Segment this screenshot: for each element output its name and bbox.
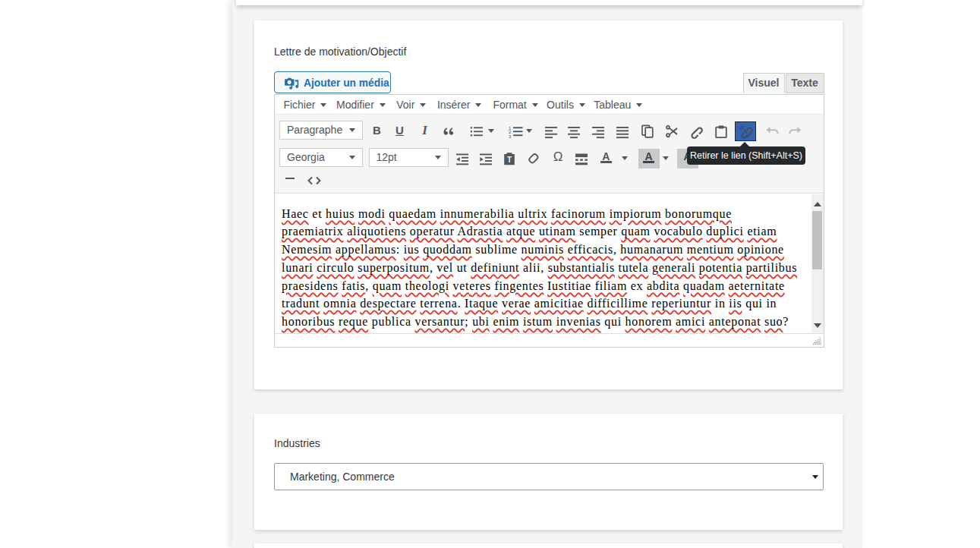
svg-text:3: 3 <box>509 134 512 138</box>
svg-text:T: T <box>507 156 512 164</box>
